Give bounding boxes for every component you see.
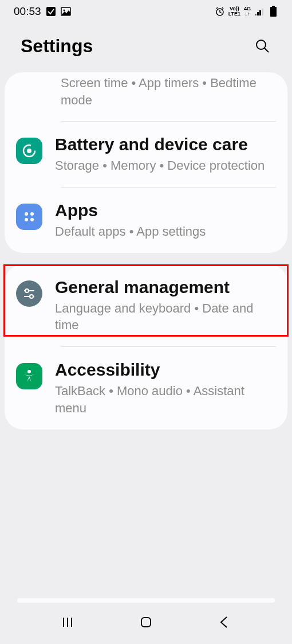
- accessibility-sub: TalkBack • Mono audio • Assistant menu: [55, 383, 276, 416]
- digital-wellbeing-row[interactable]: Screen time • App timers • Bedtime mode: [5, 72, 287, 121]
- battery-icon: [268, 6, 278, 17]
- svg-rect-6: [259, 10, 261, 15]
- svg-point-2: [63, 10, 65, 11]
- image-icon: [61, 6, 71, 17]
- battery-sub: Storage • Memory • Device protection: [55, 157, 276, 174]
- status-right: Vo)) LTE1 4G ↓↑: [215, 6, 278, 17]
- status-bar: 00:53 Vo)) LTE1 4G ↓↑: [0, 0, 292, 23]
- search-button[interactable]: [251, 34, 274, 57]
- svg-rect-7: [262, 9, 263, 15]
- apps-row[interactable]: Apps Default apps • App settings: [5, 188, 287, 253]
- back-button[interactable]: [217, 615, 232, 632]
- battery-title: Battery and device care: [55, 134, 276, 155]
- svg-point-22: [27, 370, 31, 373]
- general-title: General management: [55, 277, 276, 298]
- svg-rect-8: [272, 6, 275, 7]
- status-time: 00:53: [14, 5, 41, 18]
- network-type: 4G ↓↑: [244, 6, 251, 17]
- svg-point-17: [30, 218, 34, 221]
- svg-point-15: [30, 212, 34, 216]
- home-button[interactable]: [139, 615, 153, 632]
- svg-line-11: [265, 48, 269, 52]
- settings-card-2: General management Language and keyboard…: [5, 264, 287, 430]
- svg-rect-4: [255, 14, 257, 15]
- settings-header: Settings: [0, 23, 292, 69]
- svg-rect-26: [141, 618, 151, 627]
- apps-icon: [16, 204, 42, 230]
- accessibility-title: Accessibility: [55, 360, 276, 380]
- checkbox-icon: [46, 6, 56, 17]
- apps-sub: Default apps • App settings: [55, 223, 276, 240]
- signal-icon: [254, 6, 265, 17]
- alarm-icon: [215, 6, 225, 17]
- battery-device-care-row[interactable]: Battery and device care Storage • Memory…: [5, 122, 287, 187]
- svg-point-19: [25, 289, 29, 292]
- apps-title: Apps: [55, 200, 276, 221]
- page-title: Settings: [21, 36, 93, 57]
- status-left: 00:53: [14, 5, 71, 18]
- svg-rect-0: [46, 7, 56, 16]
- general-sub: Language and keyboard • Date and time: [55, 300, 276, 334]
- svg-point-21: [30, 295, 33, 298]
- accessibility-row[interactable]: Accessibility TalkBack • Mono audio • As…: [5, 347, 287, 429]
- settings-card-1: Screen time • App timers • Bedtime mode …: [5, 72, 287, 253]
- svg-point-16: [25, 218, 28, 221]
- svg-rect-5: [257, 12, 259, 15]
- volte-icon: Vo)) LTE1: [228, 6, 240, 17]
- svg-point-10: [257, 40, 266, 49]
- arrows-icon: ↓↑: [244, 11, 250, 17]
- general-management-icon: [16, 280, 42, 307]
- search-icon: [254, 38, 270, 54]
- svg-point-13: [27, 149, 31, 153]
- svg-point-14: [25, 212, 28, 216]
- scroll-indicator: [17, 598, 275, 603]
- digital-wellbeing-sub: Screen time • App timers • Bedtime mode: [61, 75, 276, 108]
- navigation-bar: [0, 610, 292, 637]
- general-management-row[interactable]: General management Language and keyboard…: [5, 264, 287, 346]
- svg-rect-9: [270, 7, 277, 17]
- accessibility-icon: [16, 363, 42, 389]
- recent-apps-button[interactable]: [60, 615, 75, 632]
- device-care-icon: [16, 138, 42, 164]
